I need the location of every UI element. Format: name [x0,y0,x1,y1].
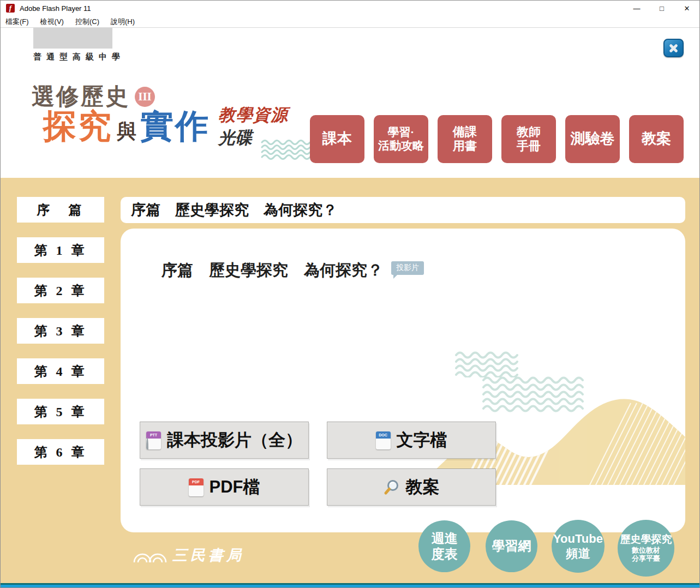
main-title-part2: 實作 [140,110,210,143]
close-window-button[interactable]: ✕ [674,1,699,16]
button-label: 教師 [517,125,541,139]
menu-help[interactable]: 說明(H) [111,17,135,27]
sidebar-item-chapter1[interactable]: 第 1 章 [17,237,104,263]
sidebar-item-chapter4[interactable]: 第 4 章 [17,358,104,384]
button-label: 學習· [388,125,415,139]
slide-tag-badge: 投影片 [391,261,424,275]
flash-stage: 普通型高級中學 選修歷史 III 探究 與 實作 教學資源 光碟 [1,28,699,588]
weekly-schedule-link[interactable]: 週進 度表 [418,520,470,572]
button-label: 課本 [322,130,352,148]
circle-sublabel: 數位教材 [632,546,660,555]
close-x-icon [668,43,679,53]
header: 普通型高級中學 選修歷史 III 探究 與 實作 教學資源 光碟 [1,28,699,178]
file-icon-band: PTT [146,431,161,439]
titlebar: f Adobe Flash Player 11 — □ ✕ [1,1,699,16]
resource-button-prep-book[interactable]: 備課 用書 [438,115,492,163]
sidebar-item-chapter6[interactable]: 第 6 章 [17,439,104,465]
app-close-button[interactable] [663,39,684,57]
wave-decoration-small [455,351,518,377]
magnifier-icon [384,479,400,495]
circle-label: 頻道 [566,547,590,561]
circle-label: 歷史學探究 [620,533,672,546]
flash-player-window: f Adobe Flash Player 11 — □ ✕ 檔案(F) 檢視(V… [0,0,700,588]
main-area: 序 篇 第 1 章 第 2 章 第 3 章 第 4 章 第 5 章 第 6 章 … [1,178,699,583]
window-controls: — □ ✕ [624,1,699,16]
resource-button-learning-guide[interactable]: 學習· 活動攻略 [374,115,428,163]
button-label: 教案 [642,130,671,148]
subtitle-line1: 教學資源 [218,106,288,123]
main-title-part1: 探究 [43,110,113,143]
button-label: 手冊 [517,139,541,153]
button-label: PDF檔 [210,476,260,499]
button-label: 備課 [453,125,477,139]
panel-title-row: 序篇 歷史學探究 為何探究？ 投影片 [161,260,424,281]
circle-label: 學習網 [492,538,531,554]
slides-all-button[interactable]: PTT 課本投影片（全） [140,422,309,459]
pdf-file-icon: PDF [189,478,204,496]
file-icon-band: PDF [189,478,204,485]
bottom-strip [1,583,699,588]
resource-button-test-paper[interactable]: 測驗卷 [565,115,620,163]
main-title: 探究 與 實作 [43,110,210,143]
file-icon-body [146,437,148,449]
volume-iii-badge: III [135,87,155,107]
youtube-channel-link[interactable]: YouTube 頻道 [552,520,605,573]
resource-button-row: 課本 學習· 活動攻略 備課 用書 教師 手冊 測驗卷 教案 [310,115,684,163]
publisher-logo: 三民書局 [133,545,244,565]
window-title: Adobe Flash Player 11 [20,4,91,13]
lesson-plan-file-button[interactable]: 教案 [327,469,496,506]
resource-button-lesson-plan[interactable]: 教案 [629,115,684,163]
main-title-conjunction: 與 [117,122,136,141]
menu-control[interactable]: 控制(C) [75,17,99,27]
sidebar-item-chapter3[interactable]: 第 3 章 [17,318,104,344]
header-wave-decoration [261,139,311,161]
circle-sublabel: 分享平臺 [632,554,660,563]
button-label: 活動攻略 [378,139,424,153]
resource-button-textbook[interactable]: 課本 [310,115,364,163]
menu-view[interactable]: 檢視(V) [40,17,64,27]
button-label: 教案 [406,476,440,499]
sidebar-item-chapter5[interactable]: 第 5 章 [17,399,104,424]
minimize-button[interactable]: — [624,1,649,16]
publisher-name: 三民書局 [172,545,244,565]
section-breadcrumb-bar: 序篇 歷史學探究 為何探究？ [121,197,685,223]
sidebar-item-intro[interactable]: 序 篇 [17,197,104,223]
pdf-file-button[interactable]: PDF PDF檔 [140,469,309,506]
school-type-label: 普通型高級中學 [33,52,125,62]
button-label: 用書 [453,139,477,153]
file-icon-band: DOC [376,431,391,439]
publisher-logo-placeholder [33,28,112,49]
history-inquiry-platform-link[interactable]: 歷史學探究 數位教材 分享平臺 [618,520,674,577]
doc-file-icon: DOC [376,431,391,449]
sidebar-item-chapter2[interactable]: 第 2 章 [17,278,104,303]
flash-logo-icon: f [6,4,15,13]
ppt-file-icon: PTT [146,431,161,449]
maximize-button[interactable]: □ [649,1,674,16]
learning-site-link[interactable]: 學習網 [486,520,537,572]
sanmin-arches-icon [133,548,167,563]
circle-label: 度表 [432,547,458,562]
menu-file[interactable]: 檔案(F) [5,17,29,27]
panel-title: 序篇 歷史學探究 為何探究？ [161,260,383,281]
content-panel: 序篇 歷史學探究 為何探究？ 投影片 [121,229,685,532]
button-label: 測驗卷 [571,130,615,148]
button-label: 課本投影片（全） [167,429,302,452]
menubar: 檔案(F) 檢視(V) 控制(C) 說明(H) [1,16,699,28]
circle-label: YouTube [553,532,603,546]
resource-button-teacher-manual[interactable]: 教師 手冊 [501,115,556,163]
button-label: 文字檔 [397,429,447,452]
breadcrumb: 序篇 歷史學探究 為何探究？ [131,200,337,220]
circle-label: 週進 [432,531,458,547]
text-file-button[interactable]: DOC 文字檔 [327,422,496,459]
